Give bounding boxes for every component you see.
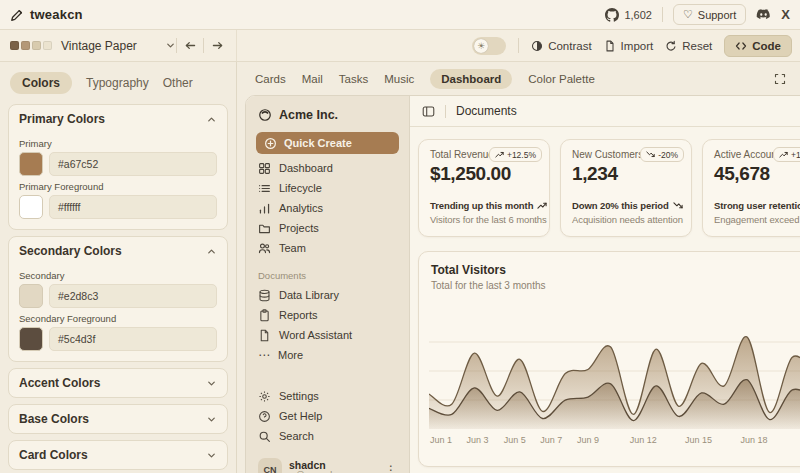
sidebar-item-get-help[interactable]: Get Help <box>246 406 409 426</box>
color-swatch[interactable] <box>19 327 43 351</box>
x-tick: Jun 5 <box>504 435 526 445</box>
chart-subtitle: Total for the last 3 months <box>429 280 800 291</box>
section-header[interactable]: Base Colors <box>9 405 227 433</box>
code-button[interactable]: Code <box>724 35 792 57</box>
section-primary-colors: Primary Colors Primary #a67c52 Primary F… <box>8 104 228 230</box>
sidebar-item-search[interactable]: Search <box>246 426 409 446</box>
chevron-down-icon <box>206 414 217 425</box>
sidebar-item-reports[interactable]: Reports <box>246 305 409 325</box>
preview-tab-color-palette[interactable]: Color Palette <box>528 73 594 85</box>
quick-create-button[interactable]: Quick Create <box>256 132 399 154</box>
stat-footnote: Trending up this month <box>430 200 533 211</box>
preview-tab-music[interactable]: Music <box>384 73 414 85</box>
section-header[interactable]: Primary Colors <box>9 105 227 133</box>
preview-tab-cards[interactable]: Cards <box>255 73 286 85</box>
undo-button[interactable] <box>177 35 203 57</box>
dashboard-preview: Acme Inc. Quick Create Dashboard Lifecyc… <box>245 95 800 473</box>
chart-svg <box>429 313 800 429</box>
sidebar-item-projects[interactable]: Projects <box>246 218 409 238</box>
database-icon <box>258 289 271 302</box>
fullscreen-icon[interactable] <box>774 73 786 85</box>
import-button[interactable]: Import <box>604 40 654 52</box>
github-stars[interactable]: 1,602 <box>605 8 652 22</box>
field-label: Secondary <box>19 270 217 281</box>
sidebar-item-analytics[interactable]: Analytics <box>246 198 409 218</box>
color-value-input[interactable]: #e2d8c3 <box>49 284 217 308</box>
divider <box>518 38 519 53</box>
preview-tab-tasks[interactable]: Tasks <box>339 73 368 85</box>
sidebar-item-word-assistant[interactable]: Word Assistant <box>246 325 409 345</box>
stat-value: 45,678 <box>714 163 800 185</box>
tab-colors[interactable]: Colors <box>10 72 72 94</box>
help-circle-icon <box>258 410 271 423</box>
preset-swatch-4 <box>43 41 52 50</box>
heart-icon: ♡ <box>683 8 693 21</box>
sidebar-item-data-library[interactable]: Data Library <box>246 285 409 305</box>
section-header[interactable]: Card Colors <box>9 441 227 469</box>
sidebar-item-lifecycle[interactable]: Lifecycle <box>246 178 409 198</box>
brand[interactable]: tweakcn <box>10 7 83 22</box>
sidebar-item-settings[interactable]: Settings <box>246 386 409 406</box>
stat-footnote: Down 20% this period <box>572 200 669 211</box>
color-value-input[interactable]: #5c4d3f <box>49 327 217 351</box>
trending-up-icon <box>495 150 504 159</box>
theme-editor-panel: Colors Typography Other Primary Colors P… <box>0 62 237 473</box>
preview-tab-mail[interactable]: Mail <box>302 73 323 85</box>
color-value-input[interactable]: #ffffff <box>49 195 217 219</box>
color-field-secondary-foreground[interactable]: #5c4d3f <box>19 327 217 351</box>
refresh-icon <box>665 40 677 52</box>
tab-other[interactable]: Other <box>163 76 193 90</box>
user-menu[interactable]: CN shadcn m@example.com ⋮ <box>254 454 401 473</box>
color-field-primary[interactable]: #a67c52 <box>19 152 217 176</box>
color-field-primary-foreground[interactable]: #ffffff <box>19 195 217 219</box>
contrast-button[interactable]: Contrast <box>531 40 591 52</box>
tab-typography[interactable]: Typography <box>86 76 149 90</box>
chart-title: Total Visitors <box>429 263 800 277</box>
stat-subtext: Engagement exceed targets <box>714 214 800 225</box>
redo-button[interactable] <box>204 35 230 57</box>
stat-card-active-accounts: Active Accounts +12.5% 45,678 Strong use… <box>702 139 800 237</box>
discord-icon[interactable] <box>756 9 771 21</box>
preview-tab-dashboard[interactable]: Dashboard <box>430 69 512 89</box>
reset-button[interactable]: Reset <box>665 40 712 52</box>
theme-mode-toggle[interactable]: ☀ <box>472 37 506 55</box>
support-button[interactable]: ♡ Support <box>673 4 746 25</box>
sidebar-item-team[interactable]: Team <box>246 238 409 258</box>
color-field-secondary[interactable]: #e2d8c3 <box>19 284 217 308</box>
dashboard-header: Documents <box>410 96 800 127</box>
stat-subtext: Visitors for the last 6 months <box>430 214 538 225</box>
toolbar: Vintage Paper ☀ Contr <box>0 30 800 62</box>
x-tick: Jun 3 <box>467 435 489 445</box>
documents-section-label: Documents <box>246 258 409 285</box>
preview-tab-bar: Cards Mail Tasks Music Dashboard Color P… <box>237 62 800 95</box>
editor-tabs: Colors Typography Other <box>10 72 228 94</box>
color-swatch[interactable] <box>19 152 43 176</box>
preset-swatches <box>10 41 52 50</box>
users-icon <box>258 242 271 255</box>
sidebar-item-dashboard[interactable]: Dashboard <box>246 158 409 178</box>
org-switcher[interactable]: Acme Inc. <box>246 102 409 130</box>
tweakcn-logo-icon <box>10 8 24 22</box>
x-tick: Jun 18 <box>740 435 767 445</box>
section-header[interactable]: Secondary Colors <box>9 237 227 265</box>
divider <box>445 105 446 118</box>
section-accent-colors: Accent Colors <box>8 368 228 398</box>
section-header[interactable]: Accent Colors <box>9 369 227 397</box>
field-label: Primary <box>19 138 217 149</box>
ellipsis-icon: ⋯ <box>258 352 270 358</box>
x-twitter-icon[interactable]: X <box>781 7 790 22</box>
preset-swatch-2 <box>21 41 30 50</box>
sidebar-item-more[interactable]: ⋯ More <box>246 345 409 365</box>
visitors-area-chart[interactable] <box>429 313 800 429</box>
toolbar-actions: ☀ Contrast Import Reset <box>472 35 800 57</box>
color-value-input[interactable]: #a67c52 <box>49 152 217 176</box>
theme-preset-selector[interactable]: Vintage Paper <box>10 39 176 53</box>
color-swatch[interactable] <box>19 195 43 219</box>
sidebar-toggle-icon[interactable] <box>422 105 435 118</box>
contrast-icon <box>531 40 543 52</box>
chevron-down-icon <box>206 450 217 461</box>
github-star-count: 1,602 <box>624 9 652 21</box>
dots-vertical-icon[interactable]: ⋮ <box>385 463 397 473</box>
color-swatch[interactable] <box>19 284 43 308</box>
trending-down-icon <box>646 150 655 159</box>
